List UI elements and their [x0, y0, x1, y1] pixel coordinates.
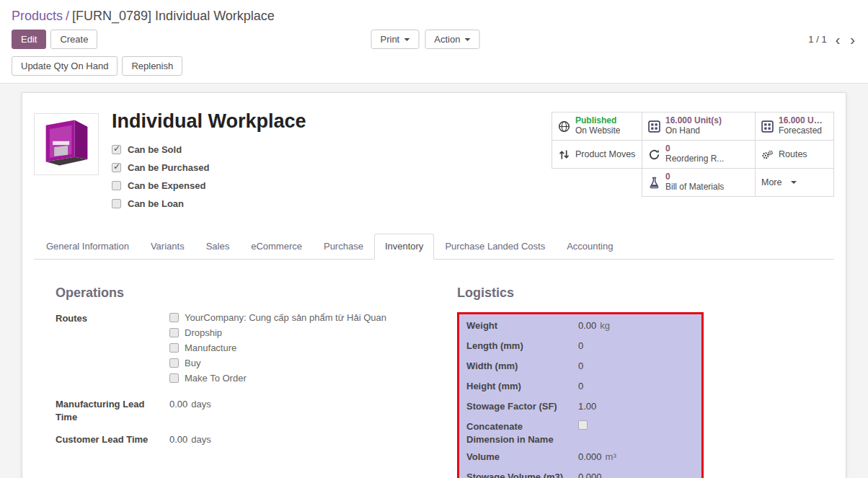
- breadcrumb-products-link[interactable]: Products: [12, 9, 63, 23]
- notebook-tabs: General Information Variants Sales eComm…: [34, 234, 834, 260]
- breadcrumb-current: [FURN_0789] Individual Workplace: [72, 9, 275, 23]
- product-image: [34, 113, 99, 175]
- field-length-mm: Length (mm) 0: [466, 340, 694, 355]
- building-icon: [648, 120, 660, 133]
- route-make-to-order-checkbox[interactable]: [169, 373, 179, 383]
- breadcrumb-separator: /: [66, 9, 69, 23]
- tab-purchase-landed-costs[interactable]: Purchase Landed Costs: [434, 234, 556, 260]
- flag-can-be-expensed: Can be Expensed: [112, 180, 552, 191]
- on-hand-value: 16.000 Unit(s): [665, 116, 722, 126]
- pager-previous-icon[interactable]: ‹: [834, 32, 842, 47]
- flask-icon: [648, 177, 660, 189]
- print-dropdown-button[interactable]: Print: [371, 30, 419, 49]
- flag-can-be-sold: Can be Sold: [112, 144, 552, 155]
- arrows-up-down-icon: [558, 149, 570, 161]
- tab-general-information[interactable]: General Information: [35, 234, 140, 260]
- website-status-value: Published: [575, 116, 620, 126]
- tab-purchase[interactable]: Purchase: [313, 234, 374, 260]
- logistics-title: Logistics: [457, 286, 825, 301]
- route-dropship: Dropship: [169, 327, 386, 338]
- globe-icon: [558, 120, 570, 133]
- tab-sales[interactable]: Sales: [195, 234, 241, 260]
- stat-button-box: Published On Website 16.000 Unit(s) On H…: [552, 112, 834, 197]
- reordering-value: 0: [665, 144, 724, 154]
- can-be-sold-checkbox[interactable]: [112, 145, 121, 154]
- route-make-to-order: Make To Order: [169, 373, 386, 384]
- stat-button-bill-of-materials[interactable]: 0 Bill of Materials: [642, 168, 756, 197]
- route-yourcompany-checkbox[interactable]: [169, 313, 179, 322]
- tab-inventory[interactable]: Inventory: [374, 234, 434, 260]
- operations-title: Operations: [56, 286, 424, 301]
- operations-group: Operations Routes YourCompany: Cung cấp …: [56, 286, 424, 478]
- field-width-mm: Width (mm) 0: [466, 360, 694, 375]
- field-manufacturing-lead-time: Manufacturing Lead Time 0.00days: [56, 398, 424, 423]
- replenish-button[interactable]: Replenish: [122, 56, 182, 76]
- route-yourcompany: YourCompany: Cung cấp sản phẩm từ Hải Qu…: [169, 312, 386, 323]
- can-be-purchased-checkbox[interactable]: [112, 163, 121, 172]
- page-title: Individual Workplace: [112, 110, 552, 133]
- update-qty-on-hand-button[interactable]: Update Qty On Hand: [12, 56, 118, 76]
- logistics-group: Logistics Weight 0.00kg Length (mm) 0 Wi…: [457, 286, 825, 478]
- create-button[interactable]: Create: [50, 30, 97, 49]
- pager-count: 1 / 1: [808, 34, 826, 45]
- stat-button-reordering-rules[interactable]: 0 Reordering R...: [642, 140, 756, 169]
- field-weight: Weight 0.00kg: [466, 319, 694, 335]
- field-volume: Volume 0.000m³: [466, 451, 694, 466]
- field-routes: Routes YourCompany: Cung cấp sản phẩm từ…: [56, 312, 424, 388]
- forecasted-value: 16.000 Unit(s): [779, 116, 828, 126]
- bom-value: 0: [665, 172, 724, 182]
- field-height-mm: Height (mm) 0: [466, 380, 694, 395]
- chevron-down-icon: [464, 38, 470, 41]
- gears-icon: [761, 149, 774, 161]
- secondary-buttons-row: Update Qty On Hand Replenish: [12, 56, 856, 76]
- logistics-highlighted-region: Weight 0.00kg Length (mm) 0 Width (mm) 0…: [457, 312, 704, 478]
- product-form-sheet: Individual Workplace Can be Sold Can be …: [22, 92, 846, 478]
- stat-button-product-moves[interactable]: Product Moves: [552, 140, 642, 169]
- action-dropdown-button[interactable]: Action: [425, 30, 479, 49]
- flag-can-be-loan: Can be Loan: [112, 198, 552, 209]
- stat-button-more[interactable]: More: [755, 168, 834, 197]
- can-be-expensed-checkbox[interactable]: [112, 181, 121, 190]
- control-panel: Products/[FURN_0789] Individual Workplac…: [0, 0, 868, 84]
- tab-variants[interactable]: Variants: [140, 234, 195, 260]
- chevron-down-icon: [791, 181, 797, 184]
- refresh-icon: [648, 149, 660, 161]
- stat-button-forecasted[interactable]: 16.000 Unit(s) Forecasted: [755, 112, 834, 141]
- tab-ecommerce[interactable]: eCommerce: [240, 234, 313, 260]
- can-be-loan-checkbox[interactable]: [112, 199, 121, 208]
- pager-next-icon[interactable]: ›: [849, 32, 856, 47]
- stat-button-routes[interactable]: Routes: [755, 140, 834, 169]
- field-stowage-volume: Stowage Volume (m3) 0.000: [466, 471, 694, 478]
- edit-button[interactable]: Edit: [12, 30, 46, 49]
- route-dropship-checkbox[interactable]: [169, 328, 179, 337]
- stat-button-website[interactable]: Published On Website: [552, 112, 642, 141]
- field-concatenate-dimension: Concatenate Dimension in Name: [466, 420, 694, 446]
- stat-box-spacer: [552, 168, 642, 197]
- route-buy-checkbox[interactable]: [169, 358, 179, 368]
- concatenate-dimension-checkbox[interactable]: [578, 420, 588, 430]
- chevron-down-icon: [404, 38, 409, 41]
- route-buy: Buy: [169, 358, 386, 368]
- breadcrumb: Products/[FURN_0789] Individual Workplac…: [12, 4, 856, 30]
- route-manufacture: Manufacture: [169, 342, 386, 353]
- field-customer-lead-time: Customer Lead Time 0.00days: [56, 433, 424, 448]
- flag-can-be-purchased: Can be Purchased: [112, 162, 552, 173]
- control-panel-buttons-row: Edit Create Print Action 1 / 1 ‹ ›: [12, 30, 856, 49]
- route-manufacture-checkbox[interactable]: [169, 343, 179, 353]
- product-image-graphic: [35, 114, 98, 174]
- stat-button-on-hand[interactable]: 16.000 Unit(s) On Hand: [642, 112, 756, 141]
- field-stowage-factor: Stowage Factor (SF) 1.00: [466, 400, 694, 415]
- building-icon: [761, 120, 774, 133]
- content-area: Individual Workplace Can be Sold Can be …: [0, 84, 868, 478]
- tab-accounting[interactable]: Accounting: [556, 234, 624, 260]
